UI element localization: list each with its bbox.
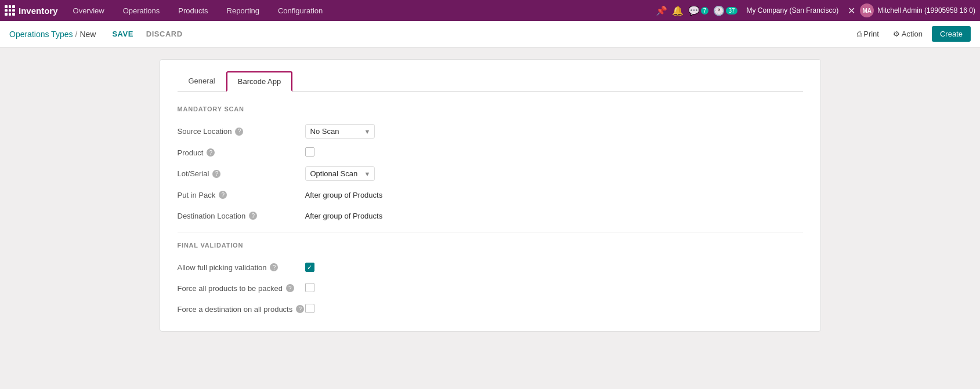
discard-button[interactable]: DISCARD [142, 27, 187, 41]
field-allow-full-picking: Allow full picking validation ? [178, 257, 803, 278]
allow-full-picking-checkbox[interactable] [305, 263, 314, 272]
put-in-pack-help[interactable]: ? [219, 191, 227, 199]
actionbar-right: ⎙ Print ⚙ Action Create [852, 26, 971, 42]
lot-serial-select-wrapper: No Scan Optional Scan Required ▼ [305, 166, 375, 181]
chat-icon[interactable]: 💬7 [688, 5, 709, 16]
final-validation-title: FINAL VALIDATION [178, 242, 803, 249]
user-name: Mitchell Admin (19905958 16 0) [877, 6, 975, 14]
clock-badge: 37 [726, 7, 737, 14]
source-location-help[interactable]: ? [235, 128, 243, 136]
put-in-pack-value: After group of Products [305, 191, 803, 199]
destination-location-help[interactable]: ? [249, 212, 257, 220]
breadcrumb: Operations Types / New [9, 30, 96, 39]
tab-general[interactable]: General [178, 71, 226, 92]
product-help[interactable]: ? [207, 148, 215, 157]
tabs: General Barcode App [178, 71, 803, 92]
pin-icon[interactable]: 📌 [656, 5, 667, 16]
lot-serial-label: Lot/Serial [178, 169, 209, 178]
source-location-label: Source Location [178, 127, 232, 136]
allow-full-picking-label: Allow full picking validation [178, 263, 267, 272]
field-source-location: Source Location ? No Scan Optional Scan … [178, 121, 803, 142]
breadcrumb-parent[interactable]: Operations Types [9, 30, 73, 39]
field-lot-serial: Lot/Serial ? No Scan Optional Scan Requi… [178, 163, 803, 184]
destination-location-value: After group of Products [305, 212, 803, 220]
force-destination-all-products-label: Force a destination on all products [178, 305, 293, 314]
app-name: Inventory [19, 6, 58, 16]
field-product: Product ? [178, 142, 803, 163]
breadcrumb-separator: / [75, 30, 77, 39]
action-bar: Operations Types / New SAVE DISCARD ⎙ Pr… [0, 21, 980, 48]
menu-products[interactable]: Products [169, 0, 217, 21]
field-destination-location: Destination Location ? After group of Pr… [178, 205, 803, 226]
field-force-destination-all-products: Force a destination on all products ? [178, 299, 803, 319]
grid-icon [5, 5, 15, 16]
force-all-products-packed-checkbox[interactable] [305, 283, 314, 292]
tab-barcode-app[interactable]: Barcode App [226, 71, 292, 92]
product-label: Product [178, 148, 204, 157]
top-navigation: Inventory Overview Operations Products R… [0, 0, 980, 21]
section-divider [178, 232, 803, 232]
create-button[interactable]: Create [932, 26, 971, 42]
user-menu[interactable]: MA Mitchell Admin (19905958 16 0) [860, 3, 975, 17]
menu-reporting[interactable]: Reporting [218, 0, 269, 21]
field-force-all-products-packed: Force all products to be packed ? [178, 278, 803, 299]
force-all-products-packed-label: Force all products to be packed [178, 284, 283, 293]
company-name: My Company (San Francisco) [747, 6, 839, 14]
action-button[interactable]: ⚙ Action [888, 27, 927, 41]
settings-icon[interactable]: ✕ [848, 5, 855, 16]
main-content: General Barcode App MANDATORY SCAN Sourc… [0, 48, 980, 343]
product-checkbox[interactable] [305, 147, 314, 157]
save-button[interactable]: SAVE [107, 27, 138, 41]
allow-full-picking-help[interactable]: ? [270, 263, 278, 271]
breadcrumb-current: New [79, 30, 96, 39]
allow-full-picking-value [305, 263, 803, 272]
form-card: General Barcode App MANDATORY SCAN Sourc… [160, 59, 821, 332]
lot-serial-select[interactable]: No Scan Optional Scan Required [305, 166, 375, 181]
chat-badge: 7 [701, 7, 709, 14]
menu-configuration[interactable]: Configuration [269, 0, 332, 21]
field-put-in-pack: Put in Pack ? After group of Products [178, 184, 803, 205]
source-location-select-wrapper: No Scan Optional Scan Required ▼ [305, 124, 375, 139]
force-destination-all-products-help[interactable]: ? [296, 305, 304, 313]
put-in-pack-text: After group of Products [305, 191, 383, 199]
menu-overview[interactable]: Overview [64, 0, 114, 21]
bell-icon[interactable]: 🔔 [672, 5, 684, 16]
app-logo[interactable]: Inventory [5, 5, 58, 16]
put-in-pack-label: Put in Pack [178, 191, 216, 199]
mandatory-scan-title: MANDATORY SCAN [178, 106, 803, 112]
record-actions: SAVE DISCARD [107, 27, 187, 41]
lot-serial-value: No Scan Optional Scan Required ▼ [305, 166, 803, 181]
user-avatar: MA [860, 3, 874, 17]
force-destination-all-products-value [305, 304, 803, 315]
lot-serial-help[interactable]: ? [212, 170, 220, 178]
destination-location-text: After group of Products [305, 212, 383, 220]
source-location-value: No Scan Optional Scan Required ▼ [305, 124, 803, 139]
menu-operations[interactable]: Operations [114, 0, 169, 21]
destination-location-label: Destination Location [178, 212, 246, 220]
topnav-right: 📌 🔔 💬7 🕐37 My Company (San Francisco) ✕ … [656, 3, 975, 17]
product-value [305, 147, 803, 158]
force-all-products-packed-help[interactable]: ? [286, 284, 294, 292]
main-menu: Overview Operations Products Reporting C… [64, 0, 656, 21]
clock-icon[interactable]: 🕐37 [713, 5, 737, 16]
force-all-products-packed-value [305, 283, 803, 294]
source-location-select[interactable]: No Scan Optional Scan Required [305, 124, 375, 139]
force-destination-all-products-checkbox[interactable] [305, 304, 314, 313]
print-button[interactable]: ⎙ Print [852, 27, 884, 41]
